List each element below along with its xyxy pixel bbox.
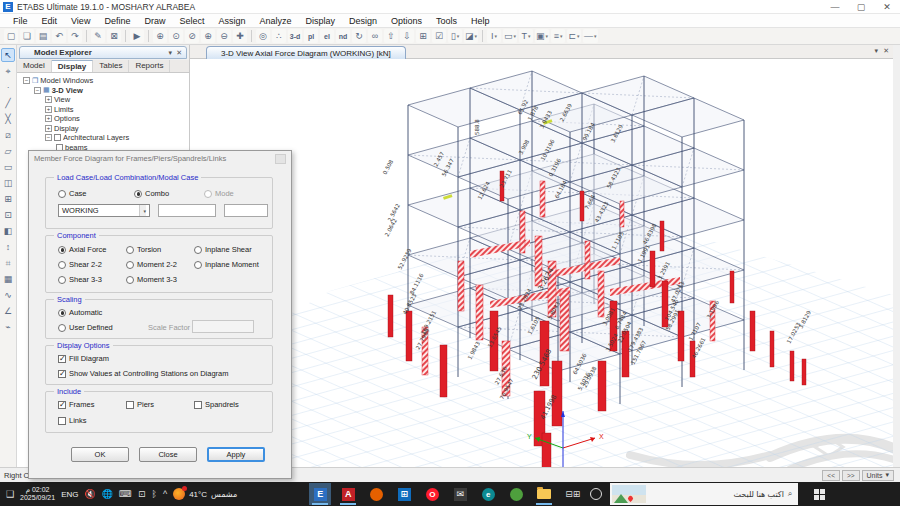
combo-radio[interactable]: Combo [134,189,169,198]
draw-link-icon[interactable]: ↕ [1,240,15,254]
expander-icon[interactable]: + [45,125,52,132]
rubber-band-zoom-icon[interactable]: ⊕ [153,29,167,43]
menu-display[interactable]: Display [298,16,342,26]
mode-end-field[interactable] [224,204,268,217]
piers-checkbox[interactable]: Piers [126,400,154,409]
expander-icon[interactable]: − [23,77,30,84]
plan-view-icon[interactable]: pl [304,29,318,43]
moment22-radio[interactable]: Moment 2-2 [126,260,177,269]
quick-draw-wall-icon[interactable]: ⊞ [1,192,15,206]
taskbar-search-input[interactable]: اكتب هنا للبحث⌕ [610,483,798,505]
language-indicator[interactable]: ENG [61,490,78,499]
automatic-radio[interactable]: Automatic [58,308,102,317]
cortana-icon[interactable] [590,488,602,500]
draw-frame-icon[interactable]: ╱ [1,96,15,110]
moment33-radio[interactable]: Moment 3-3 [126,275,177,284]
user-defined-radio[interactable]: User Defined [58,323,113,332]
menu-analyze[interactable]: Analyze [252,16,298,26]
redo-icon[interactable]: ↷ [68,29,82,43]
quick-draw-braces-icon[interactable]: ⧄ [1,128,15,142]
torsion-radio[interactable]: Torsion [126,245,161,254]
tree-node-model-windows[interactable]: −❐Model Windows [19,76,189,86]
zoom-out-icon[interactable]: ⊖ [217,29,231,43]
ok-button[interactable]: OK [71,447,129,462]
mode-start-field[interactable] [158,204,216,217]
lock-model-icon[interactable]: ⊠ [107,29,121,43]
taskbar-clock[interactable]: 02:02 م2025/09/21 [20,486,55,502]
expander-icon[interactable]: + [45,106,52,113]
menu-options[interactable]: Options [384,16,429,26]
expander-icon[interactable]: − [34,87,41,94]
taskbar-firefox-icon[interactable] [365,483,387,505]
rotate-view-icon[interactable]: ↻ [352,29,366,43]
run-analysis-icon[interactable]: ▶ [130,29,144,43]
object-shrink-icon[interactable]: ⊞ [416,29,430,43]
maximize-button[interactable]: ▢ [848,0,874,13]
taskbar-chrome-icon[interactable] [505,483,527,505]
start-button[interactable] [804,482,834,506]
pan-icon[interactable]: ✚ [233,29,247,43]
view-options-icon[interactable]: ☑ [432,29,446,43]
tree-node-limits[interactable]: +Limits [19,105,189,115]
quick-draw-frame-icon[interactable]: ╳ [1,112,15,126]
fill-diagram-checkbox[interactable]: Fill Diagram [58,354,109,363]
inplane-moment-radio[interactable]: Inplane Moment [194,260,259,269]
apply-button[interactable]: Apply [207,447,265,462]
reshape-object-icon[interactable]: ⌖ [1,64,15,78]
taskbar-mail-icon[interactable]: ✉ [449,483,471,505]
tree-checkbox[interactable] [54,134,61,141]
taskbar-store-icon[interactable]: ⊞ [393,483,415,505]
3d-view-icon[interactable]: 3-d [288,29,302,43]
menu-edit[interactable]: Edit [35,16,65,26]
menu-define[interactable]: Define [97,16,137,26]
taskbar-autocad-icon[interactable]: A [337,483,359,505]
view-close-icon[interactable]: ✕ [883,47,889,55]
frame-section-icon[interactable]: I▾ [487,29,501,43]
open-icon[interactable]: ❏ [20,29,34,43]
close-button[interactable]: ✕ [874,0,900,13]
draw-floor-icon[interactable]: ▱ [1,144,15,158]
column-section-icon[interactable]: ▣▾ [535,29,549,43]
inplane-shear-radio[interactable]: Inplane Shear [194,245,252,254]
quick-draw-floor-icon[interactable]: ▭ [1,160,15,174]
named-view-icon[interactable]: nd [336,29,350,43]
case-radio[interactable]: Case [58,189,87,198]
feedback-hub-icon[interactable]: ❑ [6,489,14,499]
taskbar-etabs-icon[interactable]: E [309,483,331,505]
draw-icon[interactable]: ✎ [91,29,105,43]
menu-help[interactable]: Help [464,16,497,26]
spandrels-checkbox[interactable]: Spandrels [194,400,239,409]
paint-options-icon[interactable]: ◪▾ [464,29,478,43]
node-view-icon[interactable]: ∴ [272,29,286,43]
undo-icon[interactable]: ↶ [52,29,66,43]
display-doc-icon[interactable]: ▯▾ [448,29,462,43]
measure-angle-icon[interactable]: ∠ [1,304,15,318]
weather-widget[interactable]: 41°Cمشمس [173,488,237,500]
explorer-tab-reports[interactable]: Reports [129,60,170,72]
links-checkbox[interactable]: Links [58,416,87,425]
units-prev-button[interactable]: << [822,470,840,481]
move-down-list-icon[interactable]: ⇩ [400,29,414,43]
tendon-icon[interactable]: T▾ [519,29,533,43]
explorer-tab-display[interactable]: Display [52,60,93,72]
menu-design[interactable]: Design [342,16,384,26]
scale-factor-field[interactable] [192,320,254,333]
tray-expand-icon[interactable]: ^ [163,489,167,499]
model-explorer-close-icon[interactable]: ✕ [176,49,182,57]
link-line-icon[interactable]: —▾ [583,29,598,43]
draw-dimension-icon[interactable]: ⌗ [1,256,15,270]
draw-door-icon[interactable]: ◧ [1,224,15,238]
explorer-tab-model[interactable]: Model [17,60,52,72]
draw-joint-icon[interactable]: ∙ [1,80,15,94]
dialog-help-button[interactable] [275,154,286,164]
menu-assign[interactable]: Assign [211,16,252,26]
beam-lines-icon[interactable]: ≡▾ [551,29,565,43]
explorer-tab-tables[interactable]: Tables [93,60,129,72]
shear22-radio[interactable]: Shear 2-2 [58,260,102,269]
network-globe-icon[interactable]: 🌐 [102,489,113,499]
previous-zoom-icon[interactable]: ⊘ [185,29,199,43]
expander-icon[interactable]: + [45,115,52,122]
tree-node-architectural-layers[interactable]: −Architectural Layers [19,133,189,143]
volume-muted-icon[interactable]: 🔇 [84,489,95,499]
new-model-icon[interactable]: ▢ [4,29,18,43]
